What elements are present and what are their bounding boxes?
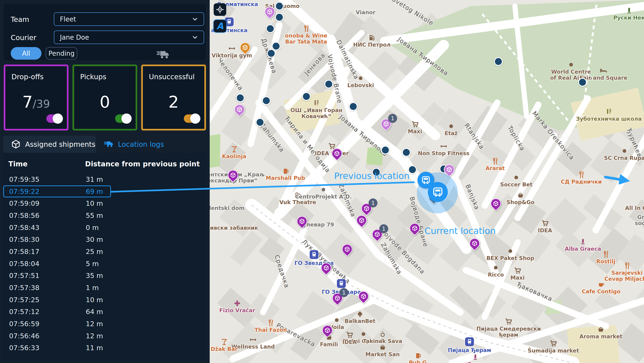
delivery-dot[interactable] [236,94,245,102]
shipment-pin-light[interactable] [444,164,454,175]
table-row[interactable]: 07:57:5135 m [3,270,206,282]
locate-button[interactable] [214,3,226,16]
delivery-dot[interactable] [267,49,276,58]
table-row[interactable]: 07:56:3311 m [3,342,206,354]
poi-label: Džak Bar [211,346,238,352]
delivery-dot[interactable] [402,148,411,157]
delivery-dot[interactable] [262,96,271,105]
shipment-pin-purple[interactable] [332,148,342,159]
dot-icon [621,148,628,154]
shipment-pin-purple[interactable] [342,244,352,255]
table-row[interactable]: 07:57:2510 m [3,294,206,306]
poi-label: ОШ „Иван Горан [290,107,342,113]
delivery-dot[interactable] [578,78,587,87]
table-row[interactable]: 07:58:430 m [3,222,206,234]
map-poi: Vianor [356,9,375,16]
filter-card: Team Fleet Courier Jane Doe All Pending [4,4,206,60]
street-label: Marka Oreskovica [531,110,576,162]
cart-icon [550,340,557,347]
table-row[interactable]: 07:58:3030 m [3,234,206,246]
delivery-dot[interactable] [381,146,390,154]
shipment-pin-orange[interactable] [240,42,250,53]
poi-label: Shop&Go [506,199,534,205]
shipment-pin-light[interactable] [264,6,275,17]
poi-label: Kaolinja [222,153,246,159]
team-select[interactable]: Fleet [54,12,204,26]
map-poi: Benu [468,354,483,363]
tab-location-logs[interactable]: Location logs [96,136,172,153]
column-time: Time [8,160,85,168]
dot-icon [568,61,574,68]
shipment-pin-light[interactable] [234,104,245,115]
tab-assigned-shipments[interactable]: Assigned shipments [3,136,96,153]
delivery-dot[interactable] [266,24,275,33]
shipment-pin-purple[interactable] [358,291,369,302]
street-label: Јенкова [303,52,327,76]
map-poi: Пијаца Смедеревскиђерам [476,318,541,338]
shipment-pin-purple[interactable] [409,223,420,234]
map[interactable]: Svetog NikoleDalmatinskaЈенковаЈована Ћи… [210,0,644,363]
shipment-pin-purple[interactable] [228,170,238,180]
delivery-dot[interactable] [256,118,264,127]
poi-label: Fair and Square [580,75,627,81]
table-row[interactable]: 07:56:4612 m [3,330,206,342]
table-row[interactable]: 07:59:3531 m [3,173,206,186]
poi-label: SC Crna Rupa [604,155,644,161]
table-row[interactable]: 07:57:381 m [3,282,206,294]
table-row[interactable]: 07:59:2269 m [3,186,206,198]
school-icon [313,100,320,107]
shipment-pin-purple[interactable] [356,215,367,226]
stat-toggle[interactable] [184,114,199,123]
stat-toggle[interactable] [115,114,130,123]
poi-label: Etaž [444,130,458,136]
filter-all-button[interactable]: All [11,47,42,60]
map-poi: All In On [625,205,644,211]
poi-label: Soccer Bet [500,182,533,188]
stat-value: 2 [143,92,204,112]
delivery-dot[interactable] [349,102,358,111]
table-row[interactable]: 07:58:5655 m [3,210,206,222]
poi-label: Ricco [488,272,504,278]
shipment-pin-purple[interactable]: 1 [372,229,382,240]
table-row[interactable]: 07:56:5912 m [3,318,206,330]
shipment-pin-purple[interactable] [321,262,332,273]
row-time: 07:58:43 [9,224,86,232]
stat-toggle[interactable] [46,114,61,123]
shipment-pin-light[interactable]: 1 [381,118,392,129]
courier-select[interactable]: Jane Doe [54,30,204,44]
table-row[interactable]: 07:58:1725 m [3,246,206,258]
delivery-dot[interactable] [494,57,503,66]
poi-label: Пијаца Ђерам [448,347,491,353]
map-poi: Alba Graeca [565,238,601,252]
street-label: Јована Ћирилова [396,36,450,77]
delivery-dot[interactable] [275,2,284,10]
row-time: 07:58:56 [9,212,86,220]
shipment-pin-purple[interactable]: 1 [332,293,343,304]
route-button[interactable]: A [214,20,226,32]
table-row[interactable]: 07:58:045 m [3,258,206,270]
previous-location-label: Previous location [334,171,409,181]
delivery-dot[interactable] [275,13,284,22]
delivery-dot[interactable] [324,80,333,88]
shipment-pin-purple[interactable] [490,198,501,209]
map-poi: onoba & WineBar Tata Mata [285,25,327,45]
school-icon [605,108,612,115]
shipment-pin-purple[interactable] [322,325,333,336]
shipment-pin-purple[interactable] [469,238,480,249]
shipment-pin-purple[interactable]: 1 [361,203,372,214]
table-row[interactable]: 07:59:0910 m [3,197,206,210]
map-poi: Ararat [486,158,505,171]
street-label: Челопечка [216,57,245,92]
filter-pending-button[interactable]: Pending [46,47,77,60]
map-poi: Fair and Square [580,67,627,81]
poi-label: IDEA [342,339,356,345]
table-row[interactable]: 07:57:1264 m [3,306,206,318]
row-distance: 64 m [86,308,103,316]
map-poi: ОШ „Иван ГоранКовачић“ [290,100,342,120]
shipment-pin-purple[interactable] [296,216,307,227]
stat-label: Unsuccessful [149,73,194,81]
row-distance: 12 m [86,332,103,340]
delivery-dot[interactable] [302,92,311,101]
food-icon [303,25,310,32]
current-location-marker[interactable] [428,182,448,202]
